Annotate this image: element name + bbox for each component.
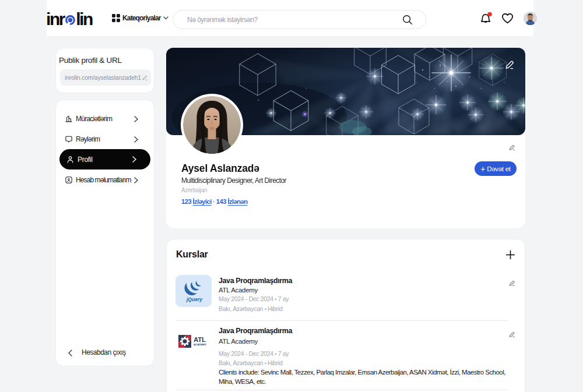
svg-text:ACADEMY: ACADEMY <box>194 343 206 346</box>
svg-text:ATL: ATL <box>194 336 206 343</box>
svg-text:jQuery: jQuery <box>186 296 203 302</box>
